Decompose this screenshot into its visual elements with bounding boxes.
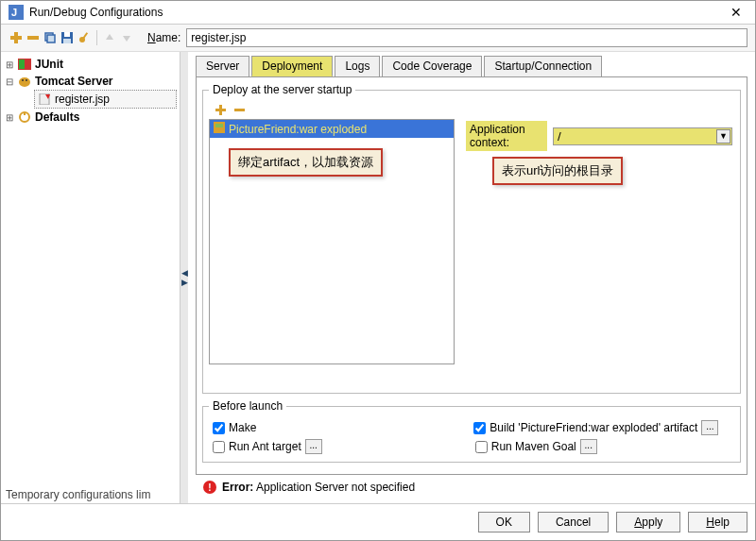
deploy-body: PictureFriend:war exploded 绑定artifact，以加… — [209, 119, 734, 364]
name-row: Name: — [147, 28, 747, 47]
temporary-note: Temporary configurations lim — [6, 488, 150, 501]
svg-rect-8 — [64, 32, 70, 37]
defaults-icon — [17, 110, 32, 124]
expand-icon[interactable]: ⊞ — [6, 112, 17, 123]
tree-item-junit[interactable]: ⊞ JUnit — [4, 56, 177, 73]
deploy-fieldset: Deploy at the server startup PictureFrie… — [202, 83, 741, 394]
artifact-label: PictureFriend:war exploded — [229, 123, 367, 136]
tab-bar: Server Deployment Logs Code Coverage Sta… — [196, 56, 747, 76]
build-browse-button[interactable]: ... — [701, 420, 718, 435]
context-combo[interactable]: ▼ — [553, 127, 732, 145]
maven-browse-button[interactable]: ... — [580, 439, 597, 454]
error-status: ! Error: Application Server not specifie… — [196, 475, 747, 499]
build-artifact-checkbox[interactable] — [473, 422, 486, 434]
before-launch-fieldset: Before launch Make Build 'PictureFriend:… — [202, 399, 741, 463]
svg-rect-19 — [24, 112, 26, 115]
dialog-window: J Run/Debug Configurations ✕ Name: ⊞ JUn… — [0, 0, 756, 541]
collapse-icon[interactable]: ⊟ — [6, 76, 17, 87]
svg-point-14 — [19, 77, 30, 87]
artifact-icon — [214, 122, 225, 136]
tree-label: register.jsp — [55, 93, 110, 106]
tree-item-tomcat[interactable]: ⊟ Tomcat Server — [4, 73, 177, 90]
ok-button[interactable]: OK — [478, 512, 530, 533]
up-icon — [102, 30, 117, 45]
make-checkbox[interactable] — [213, 422, 225, 434]
dialog-footer: OK Cancel Apply Help — [1, 503, 755, 540]
maven-checkbox-row[interactable]: Run Maven Goal ... — [475, 439, 597, 454]
context-input[interactable] — [553, 127, 732, 145]
svg-text:J: J — [11, 7, 17, 18]
deploy-legend: Deploy at the server startup — [209, 83, 355, 96]
junit-icon — [17, 58, 32, 71]
ant-label: Run Ant target — [229, 440, 301, 453]
titlebar: J Run/Debug Configurations ✕ — [1, 1, 755, 25]
sidebar-collapse-handle[interactable]: ◀▶ — [180, 52, 188, 503]
svg-rect-22 — [234, 109, 245, 111]
deploy-right-panel: Application context: ▼ 表示url访问的根目录 — [464, 119, 734, 364]
svg-rect-24 — [215, 124, 223, 127]
tree-item-defaults[interactable]: ⊞ Defaults — [4, 109, 177, 126]
chevron-down-icon[interactable]: ▼ — [716, 129, 730, 144]
svg-rect-6 — [47, 35, 55, 42]
tree-item-register[interactable]: register.jsp — [34, 90, 177, 109]
deploy-toolbar — [209, 102, 734, 117]
context-label: Application context: — [466, 121, 547, 151]
build-label: Build 'PictureFriend:war exploded' artif… — [490, 421, 697, 434]
build-checkbox-row[interactable]: Build 'PictureFriend:war exploded' artif… — [473, 420, 718, 435]
window-title: Run/Debug Configurations — [29, 6, 725, 19]
down-icon — [119, 30, 134, 45]
add-icon[interactable] — [9, 30, 24, 45]
before-launch-legend: Before launch — [209, 399, 286, 413]
tab-deployment[interactable]: Deployment — [251, 56, 333, 76]
name-input[interactable] — [186, 28, 747, 47]
svg-rect-4 — [27, 36, 39, 40]
maven-label: Run Maven Goal — [491, 440, 576, 453]
save-icon[interactable] — [60, 30, 75, 45]
intellij-icon: J — [9, 5, 24, 20]
deploy-remove-icon[interactable] — [232, 102, 247, 117]
cancel-button[interactable]: Cancel — [538, 512, 609, 533]
tree-label: Defaults — [35, 110, 79, 124]
close-button[interactable]: ✕ — [725, 5, 747, 20]
jsp-icon — [37, 93, 52, 106]
tab-logs[interactable]: Logs — [335, 56, 380, 76]
deploy-add-icon[interactable] — [213, 102, 228, 117]
body: ⊞ JUnit ⊟ Tomcat Server register.jsp ⊞ D… — [1, 52, 755, 503]
svg-point-15 — [22, 79, 24, 81]
toolbar-separator — [96, 30, 97, 45]
artifact-list[interactable]: PictureFriend:war exploded 绑定artifact，以加… — [209, 119, 455, 364]
annotation-artifact: 绑定artifact，以加载资源 — [229, 148, 383, 177]
help-button[interactable]: Help — [688, 512, 747, 533]
tree-label: JUnit — [35, 58, 63, 71]
annotation-context: 表示url访问的根目录 — [492, 157, 623, 185]
ant-browse-button[interactable]: ... — [305, 439, 322, 454]
maven-checkbox[interactable] — [475, 441, 488, 453]
apply-button[interactable]: Apply — [616, 512, 680, 533]
tab-startup[interactable]: Startup/Connection — [484, 56, 602, 76]
tab-panel: Deploy at the server startup PictureFrie… — [196, 76, 747, 475]
error-icon: ! — [203, 481, 216, 494]
artifact-item[interactable]: PictureFriend:war exploded — [210, 120, 454, 138]
context-row: Application context: ▼ — [464, 119, 734, 153]
make-checkbox-row[interactable]: Make — [213, 420, 256, 435]
copy-icon[interactable] — [43, 30, 58, 45]
before-row2: Run Ant target ... Run Maven Goal ... — [209, 437, 734, 456]
svg-point-16 — [26, 79, 27, 81]
tomcat-icon — [17, 75, 32, 88]
tree-label: Tomcat Server — [35, 75, 112, 88]
ant-checkbox-row[interactable]: Run Ant target ... — [213, 439, 322, 454]
toolbar: Name: — [1, 25, 755, 52]
svg-rect-9 — [63, 39, 71, 43]
tab-coverage[interactable]: Code Coverage — [382, 56, 482, 76]
svg-rect-3 — [10, 36, 22, 40]
svg-rect-11 — [82, 32, 88, 40]
svg-rect-21 — [215, 109, 226, 111]
tab-server[interactable]: Server — [196, 56, 249, 76]
ant-checkbox[interactable] — [213, 441, 225, 453]
expand-icon[interactable]: ⊞ — [6, 59, 17, 70]
name-label: Name: — [147, 31, 180, 44]
settings-icon[interactable] — [77, 30, 92, 45]
configurations-tree[interactable]: ⊞ JUnit ⊟ Tomcat Server register.jsp ⊞ D… — [1, 52, 180, 503]
error-label: Error: Application Server not specified — [222, 481, 415, 494]
remove-icon[interactable] — [26, 30, 41, 45]
